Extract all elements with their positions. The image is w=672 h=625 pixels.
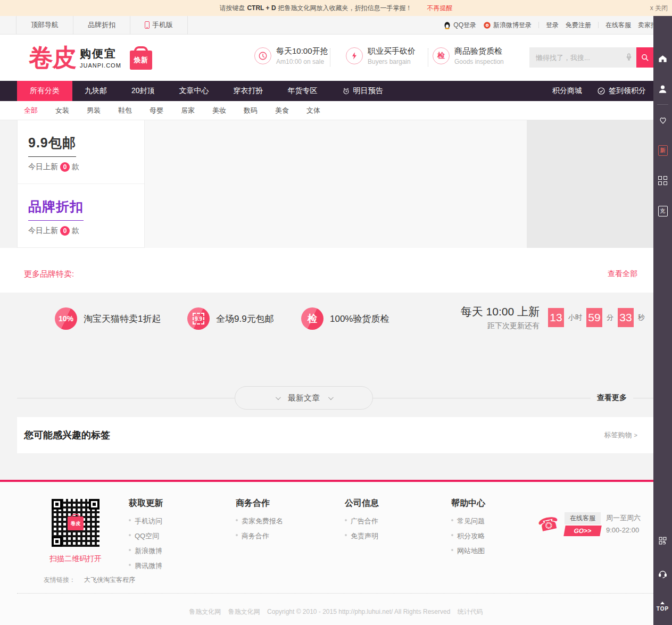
service-go-button[interactable]: GO>> <box>563 526 602 536</box>
footer-link-qzone[interactable]: QQ空间 <box>129 531 163 541</box>
rail-favorites-button[interactable] <box>653 105 672 135</box>
nav-item-sign-in-points[interactable]: 签到领积分 <box>590 86 653 96</box>
promo-99-shipping: 9.9包邮 今日上新 0 款 <box>18 120 144 184</box>
copyright-row: 鲁虺文化网 鲁虺文化网 Copyright © 2010 - 2015 http… <box>0 594 672 625</box>
user-icon <box>658 84 668 94</box>
new-count-badge: 0 <box>60 226 70 236</box>
heart-icon <box>658 115 668 125</box>
lower-section: 10% 淘宝天猫特卖1折起 9.9 全场9.9元包邮 检 100%验货质检 每天… <box>0 300 672 480</box>
register-link[interactable]: 免费注册 <box>566 21 591 30</box>
tags-title: 您可能感兴趣的标签 <box>24 429 110 441</box>
footer-link-points-guide[interactable]: 积分攻略 <box>451 531 485 541</box>
nav-item-article-center[interactable]: 文章中心 <box>167 81 221 101</box>
footer-link-disclaimer[interactable]: 免责声明 <box>345 531 379 541</box>
chevron-down-icon <box>276 395 281 400</box>
promo-title-brand[interactable]: 品牌折扣 <box>28 198 84 221</box>
notice-dismiss-link[interactable]: 不再提醒 <box>427 4 453 13</box>
mic-icon[interactable] <box>625 53 633 63</box>
main-content-placeholder <box>145 120 527 248</box>
rail-categories-button[interactable] <box>653 165 672 196</box>
online-service-link[interactable]: 在线客服 <box>605 21 631 30</box>
search-button[interactable] <box>636 47 653 68</box>
tags-card: 您可能感兴趣的标签 标签购物> <box>17 417 653 453</box>
search-bar <box>529 47 653 68</box>
subnav-item-food[interactable]: 美食 <box>275 106 289 115</box>
friend-links-row: 友情链接： 大飞侠淘宝客程序 <box>17 576 653 585</box>
service-label[interactable]: 在线客服 <box>565 512 601 524</box>
view-more-link[interactable]: 查看更多 <box>597 393 627 403</box>
nav-item-tomorrow-preview[interactable]: 明日预告 <box>330 81 395 101</box>
subnav-item-beauty[interactable]: 美妆 <box>212 106 226 115</box>
footer-column-company: 公司信息 广告合作 免责声明 <box>345 498 379 546</box>
countdown-minutes: 59 <box>586 308 602 327</box>
lightning-icon <box>346 47 363 64</box>
footer-link-weibo[interactable]: 新浪微博 <box>129 546 163 556</box>
top-icon: TOP <box>657 602 669 612</box>
rail-user-button[interactable] <box>653 74 672 104</box>
nav-item-dressing[interactable]: 穿衣打扮 <box>221 81 276 101</box>
feature-goods-inspection: 检 商品验货质检 Goods inspection <box>433 46 504 65</box>
subnav-item-home[interactable]: 居家 <box>181 106 195 115</box>
tag-shopping-link[interactable]: 标签购物> <box>604 430 637 440</box>
search-icon <box>641 53 650 62</box>
main-navigation: 所有分类 九块邮 20封顶 文章中心 穿衣打扮 年货专区 明日预告 积分商城 签… <box>0 81 672 101</box>
friend-link[interactable]: 大飞侠淘宝客程序 <box>84 576 135 585</box>
top-utility-bar: 顶部导航 品牌折扣 手机版 QQ登录 新浪微博登录 登录 免费注册 在线客服 卖… <box>0 16 672 35</box>
footer-link-mobile[interactable]: 手机访问 <box>129 516 163 526</box>
rail-new-arrivals-button[interactable]: 新 <box>653 135 672 165</box>
search-input[interactable] <box>529 47 636 68</box>
subnav-item-baby[interactable]: 母婴 <box>150 106 163 115</box>
qq-login-link[interactable]: QQ登录 <box>443 21 476 30</box>
logo-brand-text: 卷皮 <box>29 42 76 73</box>
brand-sale-band: 更多品牌特卖: 查看全部 <box>0 248 672 293</box>
promo-title-99[interactable]: 9.9包邮 <box>28 134 76 157</box>
sidebar-promo-card: 9.9包邮 今日上新 0 款 品牌折扣 今日上新 0 款 <box>17 120 145 248</box>
footer-link-tweibo[interactable]: 腾讯微博 <box>129 561 163 571</box>
countdown-seconds: 33 <box>618 308 634 327</box>
copyright-site-b: 鲁虺文化网 <box>228 608 260 615</box>
site-logo[interactable]: 卷皮 购便宜 JUANPI.COM 焕新 <box>29 42 152 73</box>
clock-icon <box>254 47 271 64</box>
footer-link-seller-signup[interactable]: 卖家免费报名 <box>236 516 283 526</box>
new-count-badge: 0 <box>60 162 70 172</box>
subnav-item-bags[interactable]: 鞋包 <box>118 106 132 115</box>
site-header: 卷皮 购便宜 JUANPI.COM 焕新 每天10:00开抢 Am10:00 o… <box>0 35 672 81</box>
login-link[interactable]: 登录 <box>546 21 559 30</box>
subnav-item-all[interactable]: 全部 <box>24 106 38 115</box>
divider <box>538 22 539 28</box>
topbar-item-top-nav[interactable]: 顶部导航 <box>16 16 73 34</box>
rail-home-button[interactable] <box>653 44 672 74</box>
divider <box>17 593 653 594</box>
topbar-item-mobile[interactable]: 手机版 <box>130 16 188 34</box>
subnav-item-digital[interactable]: 数码 <box>244 106 258 115</box>
divider <box>633 398 653 398</box>
nav-item-nine-yuan[interactable]: 九块邮 <box>72 81 119 101</box>
footer-link-ads[interactable]: 广告合作 <box>345 516 379 526</box>
subnav-item-men[interactable]: 男装 <box>87 106 101 115</box>
brand-sale-heading: 更多品牌特卖: <box>24 269 74 279</box>
notice-close-button[interactable]: x 关闭 <box>650 4 668 13</box>
nav-item-new-year[interactable]: 年货专区 <box>276 81 330 101</box>
footer-link-faq[interactable]: 常见问题 <box>451 516 485 526</box>
footer-link-business-coop[interactable]: 商务合作 <box>236 531 283 541</box>
friend-links-label: 友情链接： <box>44 576 76 585</box>
latest-articles-toggle[interactable]: 最新文章 <box>235 386 373 410</box>
topbar-item-brand-discount[interactable]: 品牌折扣 <box>73 16 130 34</box>
nav-item-points-mall[interactable]: 积分商城 <box>545 86 590 96</box>
site-footer: 卷皮 扫描二维码打开 获取更新 手机访问 QQ空间 新浪微博 腾讯微博 商务合作… <box>0 480 672 625</box>
qr-block: 卷皮 扫描二维码打开 <box>44 499 107 564</box>
rail-recharge-button[interactable]: 充 <box>653 196 672 226</box>
notice-text-suffix: 把鲁虺文化网放入收藏夹，折扣信息一手掌握！ <box>278 4 412 13</box>
nav-item-all-categories[interactable]: 所有分类 <box>17 81 72 101</box>
subnav-item-culture[interactable]: 文体 <box>306 106 320 115</box>
footer-link-sitemap[interactable]: 网站地图 <box>451 546 485 556</box>
nav-item-twenty-cap[interactable]: 20封顶 <box>119 81 167 101</box>
weibo-login-link[interactable]: 新浪微博登录 <box>483 21 532 30</box>
rail-support-button[interactable] <box>653 557 672 590</box>
view-all-link[interactable]: 查看全部 <box>608 269 637 279</box>
subnav-item-women[interactable]: 女装 <box>55 106 69 115</box>
content-top-row: 9.9包邮 今日上新 0 款 品牌折扣 今日上新 0 款 <box>0 120 672 248</box>
qr-caption-link[interactable]: 扫描二维码打开 <box>44 554 107 564</box>
rail-qrcode-button[interactable] <box>653 524 672 557</box>
rail-back-to-top-button[interactable]: TOP <box>653 590 672 623</box>
